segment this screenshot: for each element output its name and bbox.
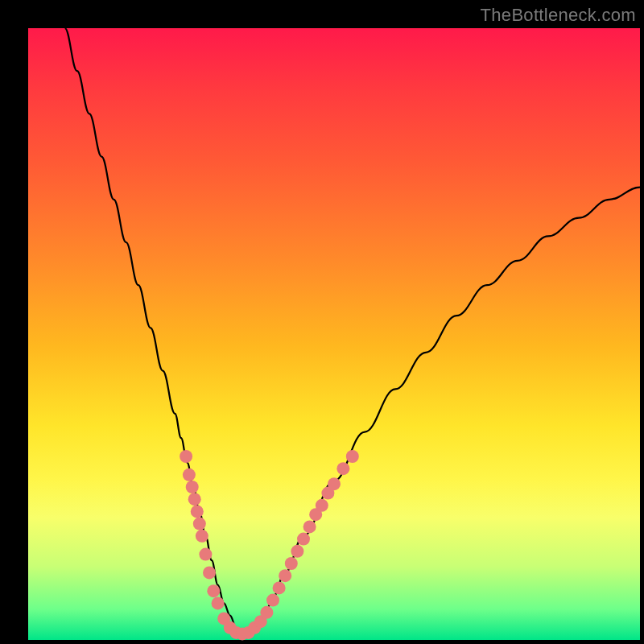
- data-marker: [328, 477, 341, 490]
- data-marker: [180, 450, 192, 463]
- data-marker: [297, 533, 310, 546]
- data-marker: [291, 545, 303, 558]
- data-marker: [203, 566, 216, 579]
- chart-svg: [28, 28, 640, 640]
- data-marker: [212, 597, 225, 609]
- data-marker: [193, 518, 206, 530]
- data-marker: [207, 584, 220, 597]
- data-marker: [199, 548, 212, 561]
- markers-group: [180, 450, 359, 640]
- data-marker: [316, 499, 328, 512]
- data-marker: [191, 505, 204, 518]
- data-marker: [279, 569, 291, 582]
- data-marker: [183, 469, 196, 481]
- data-marker: [336, 462, 349, 475]
- data-marker: [266, 594, 279, 607]
- chart-frame: TheBottleneck.com: [0, 0, 644, 644]
- data-marker: [273, 581, 286, 594]
- data-marker: [303, 520, 316, 533]
- plot-area: [28, 28, 640, 640]
- data-marker: [260, 606, 273, 619]
- data-marker: [188, 493, 201, 506]
- data-marker: [346, 450, 359, 463]
- data-marker: [186, 481, 199, 493]
- data-marker: [196, 530, 208, 543]
- data-marker: [285, 557, 298, 570]
- watermark-text: TheBottleneck.com: [481, 5, 636, 26]
- bottleneck-curve: [65, 28, 640, 634]
